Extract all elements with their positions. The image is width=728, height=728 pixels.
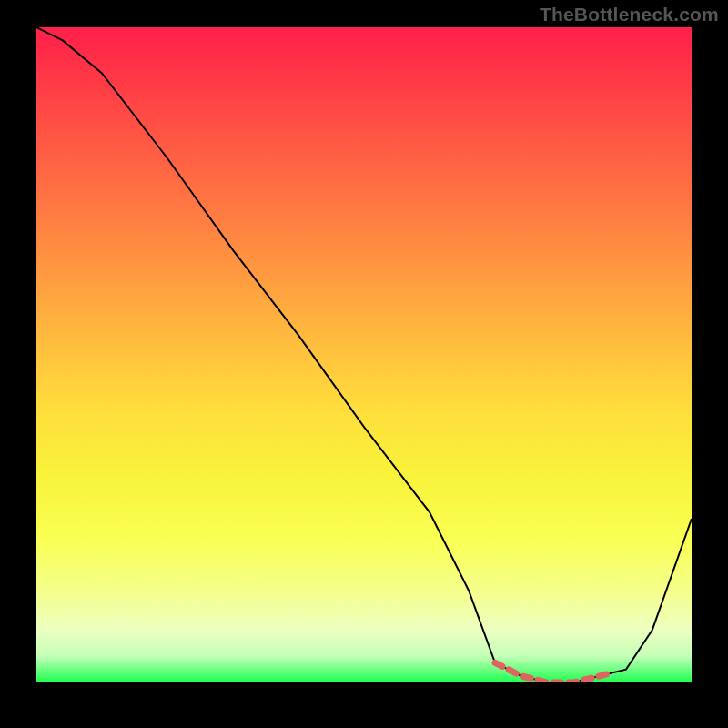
bottleneck-curve [36,27,692,682]
plot-area [36,27,692,682]
curve-svg [36,27,692,682]
optimal-range-markers [495,662,613,682]
watermark-text: TheBottleneck.com [540,4,719,25]
chart-container: TheBottleneck.com [0,0,728,728]
